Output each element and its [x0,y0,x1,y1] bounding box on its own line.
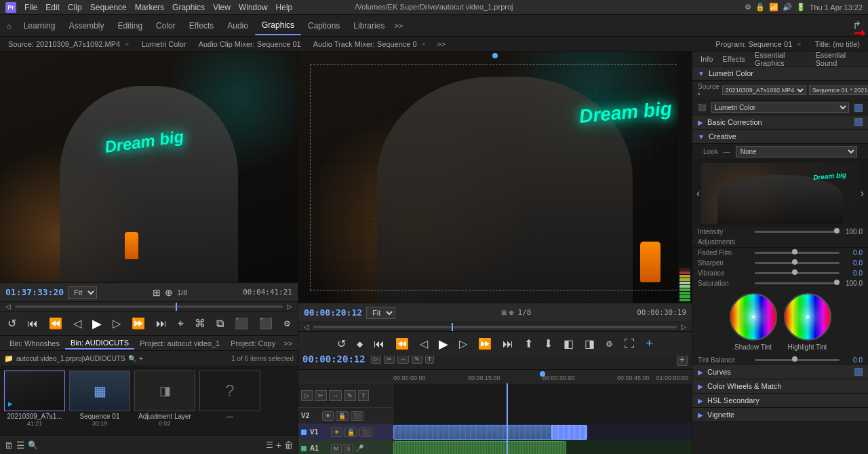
source-panel-tab[interactable]: Source: 20210309_A7s1092.MP4 × [4,39,134,50]
track-v1-eye-btn[interactable]: 👁 [331,428,342,437]
track-a1-s-btn[interactable]: S [344,444,353,453]
bins-new-btn[interactable]: 🗎 [4,440,14,451]
bins-sort-btn[interactable]: ☰ [266,440,273,450]
ws-tab-assembly[interactable]: Assembly [62,17,111,35]
rp-tab-esound[interactable]: Essential Sound [811,52,864,69]
source-next-mark-btn[interactable]: ⏭ [153,316,170,331]
menu-item-view[interactable]: View [213,3,231,12]
sharpen-slider[interactable] [755,262,840,264]
prog-extract-btn[interactable]: ⬇ [541,336,555,352]
vignette-header[interactable]: ▶ Vignette [692,408,868,422]
source-insert-btn[interactable]: ⧉ [214,316,226,331]
curves-checkbox[interactable] [854,368,863,376]
bin-item-video[interactable]: ▶ 20210309_A7s1... 41:21 [4,371,65,431]
track-v1-lock-btn[interactable]: 🔓 [344,428,357,437]
source-mark-out-btn[interactable]: ⌘ [192,316,208,331]
track-v1-sync-btn[interactable]: ⬛ [359,428,372,437]
shadow-tint-circle[interactable] [729,292,778,341]
tint-balance-slider[interactable] [755,359,840,361]
more-panels-btn[interactable]: >> [437,40,446,48]
ws-tab-learning[interactable]: Learning [17,17,62,35]
source-step-back-btn[interactable]: ◁ [71,316,84,331]
prog-step-back-btn[interactable]: ◁ [417,336,431,352]
vibrance-slider[interactable] [755,272,840,274]
bins-add-item-btn[interactable]: + [276,440,281,451]
source-loop-btn[interactable]: ↺ [5,316,19,331]
rp-tab-egraphics[interactable]: Essential Graphics [751,52,810,69]
source-settings-btn[interactable]: ⚙ [281,318,294,330]
prog-fwd-5-btn[interactable]: ⏩ [475,336,494,352]
look-select[interactable]: None [736,146,857,157]
source-video[interactable]: Dream big [0,52,298,282]
bins-search-btn[interactable]: 🔍 [28,440,38,450]
ws-tab-audio[interactable]: Audio [220,17,255,35]
ws-tab-color[interactable]: Color [149,17,182,35]
prog-settings-btn[interactable]: ⚙ [603,338,616,350]
more-workspaces-btn[interactable]: >> [394,22,403,30]
saturation-slider[interactable] [755,282,840,284]
more-bins-btn[interactable]: >> [283,339,292,347]
basic-correction-header[interactable]: ▶ Basic Correction [692,115,868,130]
prev-nav-right[interactable]: › [859,186,865,201]
audiotrack-panel-tab[interactable]: Audio Track Mixer: Sequence 0 × [309,39,430,50]
prog-trim-in-btn[interactable]: ◧ [561,336,576,352]
track-a1-m-btn[interactable]: M [331,444,342,453]
lumetri-sub-checkbox[interactable] [854,104,863,112]
source-add-mark-btn[interactable]: ⊞ [153,287,161,298]
source-export-btn[interactable]: ⬛ [256,316,275,331]
track-v2-lock-btn[interactable]: 🔓 [336,411,349,421]
video-clip-1[interactable] [393,425,572,440]
bin-item-sequence[interactable]: ▦ Sequence 01 30:19 [69,371,130,431]
hsl-secondary-header[interactable]: ▶ HSL Secondary [692,394,868,408]
ws-tab-graphics[interactable]: Graphics [255,16,301,35]
program-video[interactable]: Dream big [298,52,692,303]
prog-loop-btn[interactable]: ↺ [334,336,349,352]
intensity-slider[interactable] [755,231,840,233]
ws-tab-captions[interactable]: Captions [301,17,347,35]
source-play-btn[interactable]: ▶ [90,315,104,333]
rp-tab-info[interactable]: Info [696,54,717,64]
tl-tool-btn-2[interactable]: ✂ [315,390,327,401]
program-panel-tab[interactable]: Program: Sequence 01 × [711,39,806,50]
bins-icon-btn[interactable]: ☰ [16,440,25,451]
menu-item-window[interactable]: Window [239,3,268,12]
source-file-select[interactable]: 20210309_A7s1092.MP4 [722,86,806,95]
source-overwrite-btn[interactable]: ⬛ [232,316,251,331]
tl-tool-btn-3[interactable]: ↔ [329,390,342,401]
basic-correction-checkbox[interactable] [854,118,863,126]
menu-item-markers[interactable]: Markers [135,3,164,12]
prog-trim-out-btn[interactable]: ◨ [582,336,597,352]
prog-step-fwd-btn[interactable]: ▷ [456,336,470,352]
bin-tab-whooshes[interactable]: Bin: Whooshes [4,338,65,349]
bin-tab-audiocuts[interactable]: Bin: AUDIOCUTS [65,337,134,349]
prog-mini-timeline[interactable] [313,326,677,328]
bin-tab-copy[interactable]: Project: Copy [225,338,281,349]
bin-item-adjustment[interactable]: ◨ Adjustment Layer 0:02 [134,371,195,431]
creative-header[interactable]: ▼ Creative [692,130,868,144]
menu-item-edit[interactable]: Edit [45,3,60,12]
prog-fullscreen-btn[interactable]: ⛶ [621,337,637,352]
tl-tool-btn-5[interactable]: T [358,390,369,401]
prog-add-marker-btn[interactable]: ◆ [354,338,366,350]
prog-fit-select[interactable]: Fit [366,307,395,319]
audioclip-panel-tab[interactable]: Audio Clip Mixer: Sequence 01 [195,39,305,50]
home-icon[interactable]: ⌂ [7,22,12,30]
tl-tool-btn-1[interactable]: ▷ [301,390,313,401]
bin-item-placeholder[interactable]: ? — [199,371,260,431]
bin-tab-project1[interactable]: Project: autocut video_1 [134,338,225,349]
track-v2-eye-btn[interactable]: 👁 [322,411,334,421]
menu-item-sequence[interactable]: Sequence [90,3,127,12]
track-v2-sync-btn[interactable]: ⬛ [351,411,363,421]
prog-back-5-btn[interactable]: ⏪ [393,336,412,352]
source-step-fwd-btn[interactable]: ▷ [110,316,123,331]
prog-prev-mark-btn[interactable]: ⏮ [371,337,387,352]
prog-play-btn[interactable]: ▶ [436,335,451,353]
prev-nav-left[interactable]: ‹ [695,186,701,201]
prog-next-mark-btn[interactable]: ⏭ [500,337,516,352]
rp-tab-effects[interactable]: Effects [718,54,749,64]
source-zoom-btn[interactable]: ⊕ [165,287,173,298]
ws-tab-libraries[interactable]: Libraries [347,17,391,35]
lumetri-color-header[interactable]: ▼ Lumetri Color [692,67,868,81]
new-item-btn[interactable]: + [139,354,143,362]
source-back-5-btn[interactable]: ⏪ [46,316,65,331]
